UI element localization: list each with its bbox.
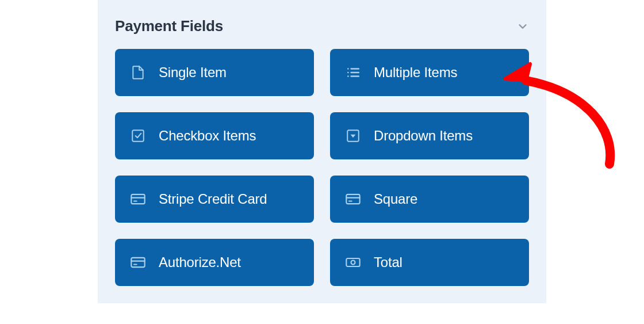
dropdown-icon bbox=[345, 128, 361, 144]
svg-point-5 bbox=[347, 75, 349, 77]
chevron-down-icon bbox=[516, 20, 529, 33]
total-button[interactable]: Total bbox=[330, 239, 529, 286]
fields-grid: Single Item Multiple Items bbox=[115, 49, 529, 286]
stripe-credit-card-button[interactable]: Stripe Credit Card bbox=[115, 176, 314, 223]
svg-rect-6 bbox=[132, 130, 144, 142]
file-icon bbox=[130, 64, 146, 81]
svg-point-4 bbox=[347, 72, 349, 74]
svg-rect-12 bbox=[346, 195, 359, 204]
field-label: Square bbox=[374, 191, 417, 207]
svg-rect-9 bbox=[131, 195, 144, 204]
svg-rect-18 bbox=[346, 258, 359, 266]
panel-header[interactable]: Payment Fields bbox=[115, 12, 529, 49]
field-label: Stripe Credit Card bbox=[159, 191, 267, 207]
svg-rect-15 bbox=[131, 258, 144, 267]
list-icon bbox=[345, 64, 361, 81]
card-icon bbox=[130, 191, 146, 207]
single-item-button[interactable]: Single Item bbox=[115, 49, 314, 96]
field-label: Total bbox=[374, 254, 402, 270]
payment-fields-panel: Payment Fields Single Item bbox=[98, 0, 546, 303]
square-button[interactable]: Square bbox=[330, 176, 529, 223]
svg-point-19 bbox=[351, 261, 355, 265]
svg-point-3 bbox=[347, 68, 349, 70]
field-label: Multiple Items bbox=[374, 64, 457, 81]
field-label: Dropdown Items bbox=[374, 128, 473, 144]
field-label: Checkbox Items bbox=[159, 128, 256, 144]
field-label: Authorize.Net bbox=[159, 254, 241, 270]
panel-title: Payment Fields bbox=[115, 17, 223, 35]
card-icon bbox=[345, 191, 361, 207]
dropdown-items-button[interactable]: Dropdown Items bbox=[330, 112, 529, 159]
multiple-items-button[interactable]: Multiple Items bbox=[330, 49, 529, 96]
authorize-net-button[interactable]: Authorize.Net bbox=[115, 239, 314, 286]
checkbox-items-button[interactable]: Checkbox Items bbox=[115, 112, 314, 159]
card-icon bbox=[130, 254, 146, 270]
checkbox-icon bbox=[130, 128, 146, 144]
money-icon bbox=[345, 254, 361, 270]
svg-marker-8 bbox=[351, 135, 356, 138]
field-label: Single Item bbox=[159, 64, 227, 81]
